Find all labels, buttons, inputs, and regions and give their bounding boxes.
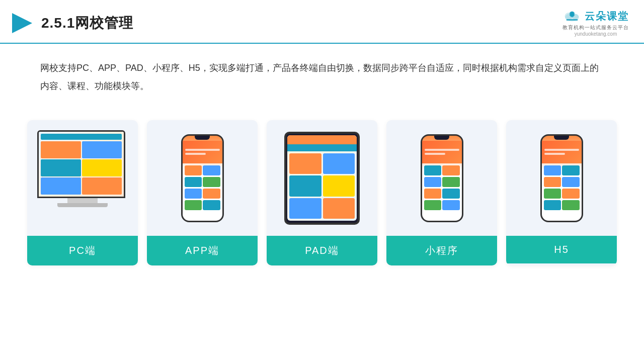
logo-url: yunduoketang.com [575, 31, 617, 37]
logo-cloud: 云朵课堂 [562, 9, 629, 23]
card-app-image [147, 120, 258, 236]
card-pad-label: PAD端 [267, 236, 377, 265]
description-text: 网校支持PC、APP、PAD、小程序、H5，实现多端打通，产品各终端自由切换，数… [0, 44, 644, 100]
card-pad: PAD端 [267, 120, 377, 265]
play-icon [10, 11, 34, 35]
tablet-mockup [284, 132, 360, 225]
page-title: 2.5.1网校管理 [41, 14, 133, 33]
card-miniapp: 小程序 [386, 120, 497, 265]
phone-mockup-app [181, 134, 224, 222]
phone-mockup-h5 [540, 134, 583, 222]
card-miniapp-label: 小程序 [386, 236, 497, 265]
card-h5: H5 [506, 120, 617, 265]
card-h5-label: H5 [506, 236, 617, 263]
card-pc: PC端 [27, 120, 138, 265]
card-h5-image [506, 120, 617, 236]
card-miniapp-image [386, 120, 497, 236]
logo-area: 云朵课堂 教育机构一站式服务云平台 yunduoketang.com [562, 9, 629, 37]
pc-mockup [37, 130, 128, 226]
logo-name: 云朵课堂 [585, 10, 629, 23]
card-pc-image [27, 120, 138, 236]
description-content: 网校支持PC、APP、PAD、小程序、H5，实现多端打通，产品各终端自由切换，数… [40, 63, 599, 91]
card-app-label: APP端 [147, 236, 258, 265]
svg-point-9 [571, 13, 574, 16]
svg-marker-0 [12, 13, 32, 33]
svg-rect-10 [567, 19, 578, 21]
card-pad-image [267, 120, 377, 236]
card-app: APP端 [147, 120, 258, 265]
phone-mockup-miniapp [421, 134, 463, 222]
logo-tagline: 教育机构一站式服务云平台 [562, 24, 629, 31]
header-left: 2.5.1网校管理 [10, 11, 133, 35]
card-pc-label: PC端 [27, 236, 138, 265]
header: 2.5.1网校管理 云朵课堂 教育机构一站式服务云平台 yund [0, 0, 644, 44]
cloud-icon [562, 9, 582, 23]
cards-container: PC端 [0, 105, 644, 265]
